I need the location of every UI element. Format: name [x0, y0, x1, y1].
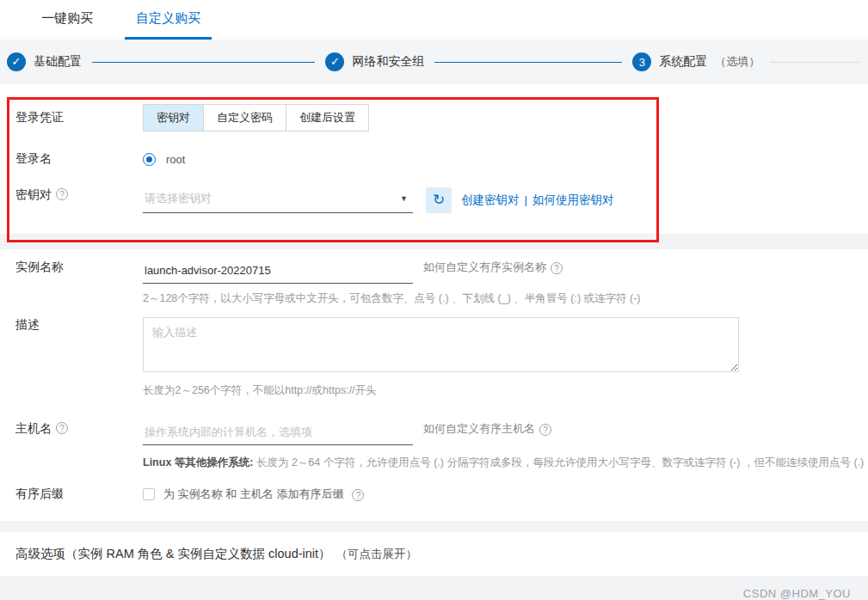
instance-name-label: 实例名称	[0, 260, 143, 306]
section-divider	[0, 234, 868, 249]
instance-name-hint: 2～128个字符，以大小写字母或中文开头，可包含数字、点号 (.) 、下划线 (…	[143, 291, 868, 306]
question-icon: ?	[539, 424, 551, 436]
keypair-select-placeholder: 请选择密钥对	[145, 191, 212, 206]
step-wizard: ✓ 基础配置 ✓ 网络和安全组 3 系统配置 （选填）	[0, 40, 868, 84]
custom-purchase-page: 一键购买 自定义购买 ✓ 基础配置 ✓ 网络和安全组 3 系统配置 （选填） 登…	[0, 0, 868, 600]
step-connector	[92, 62, 315, 63]
refresh-keypair-button[interactable]: ↻	[426, 187, 452, 213]
watermark-text: CSDN @HDM_YOU	[743, 587, 851, 600]
keypair-select[interactable]: 请选择密钥对 ▼	[143, 187, 413, 213]
help-link-text: 如何自定义有序主机名	[423, 421, 535, 437]
tab-custom-purchase[interactable]: 自定义购买	[125, 0, 212, 40]
question-icon: ?	[551, 262, 563, 274]
hostname-label: 主机名 ?	[0, 421, 143, 470]
chevron-down-icon: ▼	[400, 194, 408, 203]
ordered-suffix-checkbox[interactable]	[143, 488, 155, 500]
step-label: 系统配置	[659, 54, 707, 70]
description-row: 描述 长度为2～256个字符，不能以http://或https://开头	[0, 317, 868, 398]
section-divider	[0, 521, 868, 532]
footer-strip: CSDN @HDM_YOU	[0, 576, 868, 600]
step-number-badge: 3	[632, 52, 651, 71]
step-label: 基础配置	[34, 54, 82, 70]
keypair-label: 密钥对 ?	[0, 187, 143, 203]
advanced-options-expand-hint: （可点击展开）	[336, 547, 418, 562]
credential-option-keypair[interactable]: 密钥对	[144, 105, 203, 131]
hostname-label-text: 主机名	[15, 421, 52, 437]
credential-option-custom-password[interactable]: 自定义密码	[203, 105, 286, 131]
instance-name-row: 实例名称 如何自定义有序实例名称 ? 2～128个字符，以大小写字母或中文开头，…	[0, 260, 868, 306]
hostname-input[interactable]	[145, 426, 411, 438]
step-label: 网络和安全组	[352, 54, 424, 70]
instance-name-input[interactable]	[145, 264, 411, 277]
hostname-row: 主机名 ? 如何自定义有序主机名 ? Linux 等其他操作系统: 长度为 2～…	[0, 421, 868, 470]
advanced-options-title: 高级选项（实例 RAM 角色 & 实例自定义数据 cloud-init）	[15, 546, 331, 562]
step-connector	[434, 62, 622, 63]
ordered-suffix-label: 有序后缀	[0, 487, 143, 502]
question-icon[interactable]: ?	[56, 188, 68, 200]
credential-label: 登录凭证	[0, 110, 143, 126]
advanced-options-toggle[interactable]: 高级选项（实例 RAM 角色 & 实例自定义数据 cloud-init） （可点…	[0, 532, 868, 576]
step-network-security[interactable]: ✓ 网络和安全组	[325, 52, 424, 71]
keypair-row: 密钥对 ? 请选择密钥对 ▼ ↻ 创建密钥对|如何使用密钥对	[0, 187, 868, 213]
ordered-suffix-row: 有序后缀 为 实例名称 和 主机名 添加有序后缀 ?	[0, 487, 868, 502]
instance-naming-section: 实例名称 如何自定义有序实例名称 ? 2～128个字符，以大小写字母或中文开头，…	[0, 249, 868, 521]
hostname-hint: Linux 等其他操作系统: 长度为 2～64 个字符，允许使用点号 (.) 分…	[143, 456, 868, 470]
keypair-label-text: 密钥对	[15, 187, 52, 203]
instance-name-help-link[interactable]: 如何自定义有序实例名称 ?	[423, 260, 563, 275]
check-icon: ✓	[7, 52, 26, 71]
question-icon[interactable]: ?	[352, 489, 364, 501]
ordered-suffix-checkbox-label: 为 实例名称 和 主机名 添加有序后缀	[163, 487, 343, 502]
step-optional-hint: （选填）	[715, 54, 760, 70]
instance-name-input-wrap	[143, 260, 413, 284]
refresh-icon: ↻	[433, 192, 445, 208]
description-label: 描述	[0, 317, 143, 398]
root-radio-label: root	[166, 153, 185, 166]
login-name-label: 登录名	[0, 151, 143, 167]
login-name-row: 登录名 root	[0, 151, 868, 167]
step-system-config[interactable]: 3 系统配置 （选填）	[632, 52, 760, 71]
howto-use-keypair-link[interactable]: 如何使用密钥对	[532, 193, 614, 206]
credential-type-switch: 密钥对 自定义密码 创建后设置	[143, 104, 369, 132]
step-connector	[770, 62, 859, 63]
hostname-input-wrap	[143, 421, 413, 445]
purchase-tabbar: 一键购买 自定义购买	[0, 0, 868, 40]
question-icon[interactable]: ?	[56, 422, 68, 434]
help-link-text: 如何自定义有序实例名称	[423, 260, 546, 275]
description-textarea[interactable]	[143, 317, 739, 372]
check-icon: ✓	[325, 52, 344, 71]
step-basic-config[interactable]: ✓ 基础配置	[7, 52, 82, 71]
tab-one-click-purchase[interactable]: 一键购买	[30, 0, 104, 40]
credential-option-set-after-create[interactable]: 创建后设置	[286, 105, 368, 131]
credential-row: 登录凭证 密钥对 自定义密码 创建后设置	[0, 104, 868, 132]
link-separator: |	[525, 193, 528, 206]
hostname-help-link[interactable]: 如何自定义有序主机名 ?	[423, 421, 551, 437]
root-radio[interactable]	[143, 153, 156, 166]
create-keypair-link[interactable]: 创建密钥对	[461, 193, 520, 206]
login-credential-section: 登录凭证 密钥对 自定义密码 创建后设置 登录名 root 密钥对	[0, 84, 868, 234]
description-hint: 长度为2～256个字符，不能以http://或https://开头	[143, 383, 868, 398]
